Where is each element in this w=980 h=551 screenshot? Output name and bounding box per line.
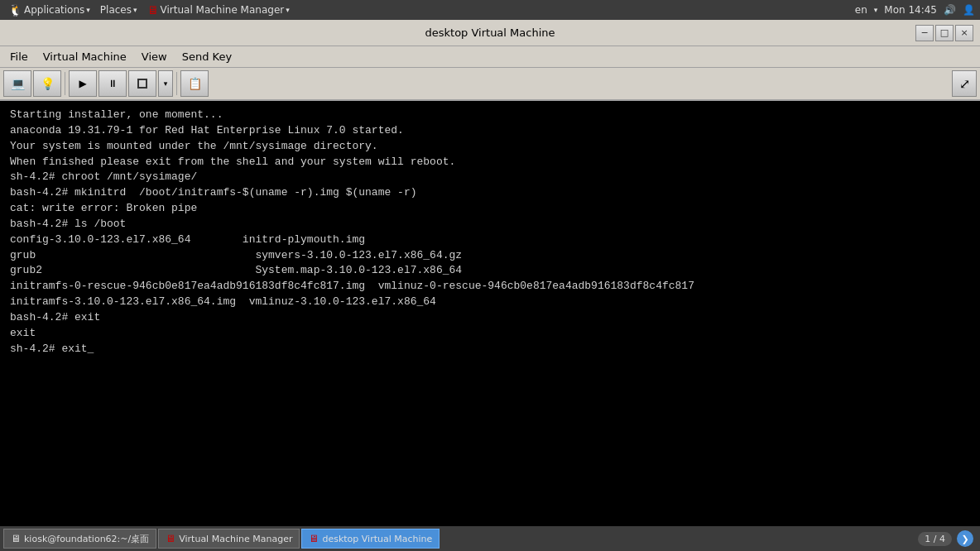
close-button[interactable]: × — [955, 25, 973, 41]
toolbar-display-btn[interactable]: 💻 — [3, 70, 31, 97]
window-title: desktop Virtual Machine — [65, 26, 915, 39]
toolbar-pause-btn[interactable]: ⏸ — [98, 70, 127, 97]
toolbar-dropdown-btn[interactable]: ▾ — [158, 70, 173, 97]
toolbar-stop-btn[interactable] — [128, 70, 156, 97]
clock: Mon 14:45 — [884, 4, 937, 16]
taskbar: 🖥 kiosk@foundation62:~/桌面 🖥 Virtual Mach… — [0, 526, 980, 551]
terminal-line: config-3.10.0-123.el7.x86_64 initrd-plym… — [10, 232, 970, 248]
maximize-button[interactable]: □ — [935, 25, 954, 41]
terminal-line: exit — [10, 326, 970, 342]
toolbar-screenshot-btn[interactable]: 📋 — [180, 70, 209, 97]
locale-arrow: ▾ — [874, 6, 878, 14]
taskbar-vmm-label: Virtual Machine Manager — [179, 534, 292, 544]
terminal-line: initramfs-3.10.0-123.el7.x86_64.img vmli… — [10, 295, 970, 310]
page-indicator: 1 / 4 — [918, 532, 952, 546]
menu-bar: File Virtual Machine View Send Key — [0, 46, 980, 68]
toolbar-sep2 — [176, 72, 177, 95]
places-arrow: ▾ — [133, 6, 137, 14]
taskbar-desktopvm-label: desktop Virtual Machine — [322, 534, 432, 544]
terminal-line: sh-4.2# chroot /mnt/sysimage/ — [10, 170, 970, 185]
window-titlebar: desktop Virtual Machine − □ × — [0, 20, 980, 46]
system-bar: 🐧 Applications ▾ Places ▾ 🖥 Virtual Mach… — [0, 0, 980, 20]
system-bar-right: en ▾ Mon 14:45 🔊 👤 — [855, 4, 975, 16]
taskbar-vmm-icon: 🖥 — [166, 533, 175, 544]
toolbar: 💻 💡 ▶ ⏸ ▾ 📋 ⤢ — [0, 68, 980, 101]
menu-send-key[interactable]: Send Key — [175, 49, 238, 65]
taskbar-kiosk-icon: 🖥 — [11, 533, 21, 544]
terminal-line: bash-4.2# ls /boot — [10, 217, 970, 232]
taskbar-kiosk-label: kiosk@foundation62:~/桌面 — [24, 533, 149, 545]
menu-file[interactable]: File — [3, 49, 35, 65]
terminal-line: grub symvers-3.10.0-123.el7.x86_64.gz — [10, 248, 970, 264]
minimize-button[interactable]: − — [915, 25, 934, 41]
toolbar-play-btn[interactable]: ▶ — [69, 70, 97, 97]
vm-manager-label: Virtual Machine Manager — [161, 4, 285, 16]
taskbar-item-kiosk[interactable]: 🖥 kiosk@foundation62:~/桌面 — [3, 529, 156, 549]
user-icon[interactable]: 👤 — [963, 4, 975, 16]
vm-manager-menu[interactable]: 🖥 Virtual Machine Manager ▾ — [144, 3, 293, 17]
system-bar-left: 🐧 Applications ▾ Places ▾ 🖥 Virtual Mach… — [5, 3, 293, 17]
nav-circle[interactable]: ❯ — [957, 530, 973, 547]
taskbar-desktopvm-icon: 🖥 — [309, 533, 319, 544]
locale-indicator: en — [855, 4, 867, 16]
menu-view[interactable]: View — [135, 49, 174, 65]
window-controls: − □ × — [915, 25, 973, 41]
places-label: Places — [100, 4, 132, 16]
taskbar-right: 1 / 4 ❯ — [918, 530, 977, 547]
terminal-line: anaconda 19.31.79-1 for Red Hat Enterpri… — [10, 123, 970, 139]
vm-terminal[interactable]: Starting installer, one moment...anacond… — [0, 101, 980, 364]
toolbar-light-btn[interactable]: 💡 — [33, 70, 61, 97]
terminal-line: Your system is mounted under the /mnt/sy… — [10, 139, 970, 155]
volume-icon[interactable]: 🔊 — [944, 4, 956, 16]
terminal-line: bash-4.2# mkinitrd /boot/initramfs-$(una… — [10, 185, 970, 201]
taskbar-item-vmm[interactable]: 🖥 Virtual Machine Manager — [158, 529, 300, 549]
taskbar-left: 🖥 kiosk@foundation62:~/桌面 🖥 Virtual Mach… — [3, 526, 440, 551]
terminal-line: When finished please exit from the shell… — [10, 155, 970, 170]
applications-arrow: ▾ — [86, 6, 90, 14]
terminal-line: grub2 System.map-3.10.0-123.el7.x86_64 — [10, 263, 970, 279]
applications-label: Applications — [24, 4, 84, 16]
vm-display-container[interactable]: Starting installer, one moment...anacond… — [0, 101, 980, 526]
applications-menu[interactable]: 🐧 Applications ▾ — [5, 3, 94, 17]
menu-virtual-machine[interactable]: Virtual Machine — [36, 49, 133, 65]
terminal-line: sh-4.2# exit_ — [10, 342, 970, 357]
terminal-line: Starting installer, one moment... — [10, 108, 970, 123]
places-menu[interactable]: Places ▾ — [97, 4, 141, 16]
terminal-line: initramfs-0-rescue-946cb0e817ea4adb91618… — [10, 279, 970, 295]
terminal-line: bash-4.2# exit — [10, 310, 970, 326]
toolbar-fullscreen-btn[interactable]: ⤢ — [952, 70, 977, 97]
taskbar-item-desktop-vm[interactable]: 🖥 desktop Virtual Machine — [301, 529, 440, 549]
terminal-line: cat: write error: Broken pipe — [10, 201, 970, 217]
toolbar-sep1 — [65, 72, 65, 95]
vm-manager-arrow: ▾ — [286, 6, 290, 14]
